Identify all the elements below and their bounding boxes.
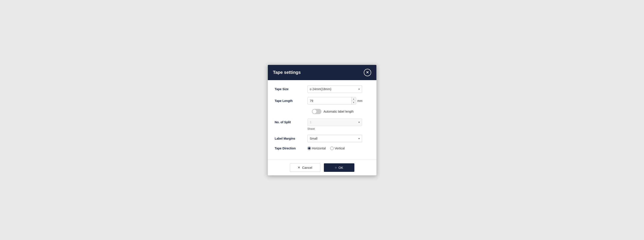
tape-length-input-inner: ▲ ▼ — [308, 97, 356, 105]
cancel-button[interactable]: ✕ Cancel — [290, 163, 320, 172]
close-button[interactable]: ✕ — [364, 69, 371, 76]
cancel-label: Cancel — [302, 166, 312, 169]
tape-size-select-wrapper: o 24mm(18mm) o 12mm(6mm) o 18mm(12mm) o … — [308, 85, 362, 93]
tape-length-wrapper: ▲ ▼ mm — [308, 97, 370, 105]
tape-direction-vertical-radio[interactable] — [330, 147, 334, 150]
no-of-split-select[interactable]: 1 — [308, 118, 362, 126]
tape-direction-label: Tape Direction — [275, 147, 308, 150]
dialog-overlay: Tape settings ✕ Tape Size o 24mm(18mm) o… — [0, 0, 644, 240]
label-margins-control: Small Medium Large None ▼ — [308, 135, 370, 142]
tape-length-label: Tape Length — [275, 99, 308, 103]
label-margins-select-wrapper: Small Medium Large None ▼ — [308, 135, 362, 142]
tape-length-input[interactable] — [308, 97, 351, 104]
tape-direction-vertical-label: Vertical — [335, 147, 345, 150]
tape-size-select[interactable]: o 24mm(18mm) o 12mm(6mm) o 18mm(12mm) o … — [308, 85, 362, 93]
tape-size-row: Tape Size o 24mm(18mm) o 12mm(6mm) o 18m… — [275, 85, 370, 93]
no-of-split-label: No. of Split — [275, 120, 308, 124]
tape-size-label: Tape Size — [275, 87, 308, 91]
tape-direction-horizontal-option[interactable]: Horizontal — [308, 147, 326, 150]
tape-length-decrement[interactable]: ▼ — [352, 101, 356, 104]
tape-length-control: ▲ ▼ mm — [308, 97, 370, 105]
tape-direction-row: Tape Direction Horizontal Vertical — [275, 147, 370, 150]
tape-length-spinner: ▲ ▼ — [351, 97, 356, 104]
tape-length-row: Tape Length ▲ ▼ mm — [275, 97, 370, 105]
no-of-split-control: 1 ▼ — [308, 118, 370, 126]
tape-length-unit: mm — [358, 99, 362, 103]
auto-label-text: Automatic label length — [324, 110, 354, 113]
ok-icon: ○ — [335, 166, 336, 169]
tape-direction-horizontal-label: Horizontal — [312, 147, 326, 150]
dialog-title: Tape settings — [273, 70, 301, 75]
ok-label: OK — [338, 166, 343, 169]
tape-direction-vertical-option[interactable]: Vertical — [330, 147, 345, 150]
auto-label-toggle-container: Automatic label length — [312, 109, 354, 114]
tape-direction-horizontal-radio[interactable] — [308, 147, 311, 150]
auto-label-toggle[interactable] — [312, 109, 322, 114]
label-margins-row: Label Margins Small Medium Large None ▼ — [275, 135, 370, 142]
sheet-label: Sheet — [308, 127, 370, 130]
tape-settings-dialog: Tape settings ✕ Tape Size o 24mm(18mm) o… — [268, 65, 377, 176]
tape-length-increment[interactable]: ▲ — [352, 97, 356, 101]
tape-size-control: o 24mm(18mm) o 12mm(6mm) o 18mm(12mm) o … — [308, 85, 370, 93]
no-of-split-row: No. of Split 1 ▼ — [275, 118, 370, 126]
ok-button[interactable]: ○ OK — [324, 163, 354, 172]
no-of-split-select-wrapper: 1 ▼ — [308, 118, 362, 126]
tape-direction-control: Horizontal Vertical — [308, 147, 370, 150]
dialog-header: Tape settings ✕ — [268, 65, 376, 80]
label-margins-label: Label Margins — [275, 137, 308, 140]
auto-label-row: Automatic label length — [312, 109, 370, 114]
dialog-body: Tape Size o 24mm(18mm) o 12mm(6mm) o 18m… — [268, 80, 376, 160]
dialog-footer: ✕ Cancel ○ OK — [268, 160, 376, 175]
tape-direction-radio-group: Horizontal Vertical — [308, 147, 370, 150]
toggle-slider — [312, 109, 322, 114]
label-margins-select[interactable]: Small Medium Large None — [308, 135, 362, 142]
cancel-icon: ✕ — [298, 166, 300, 169]
